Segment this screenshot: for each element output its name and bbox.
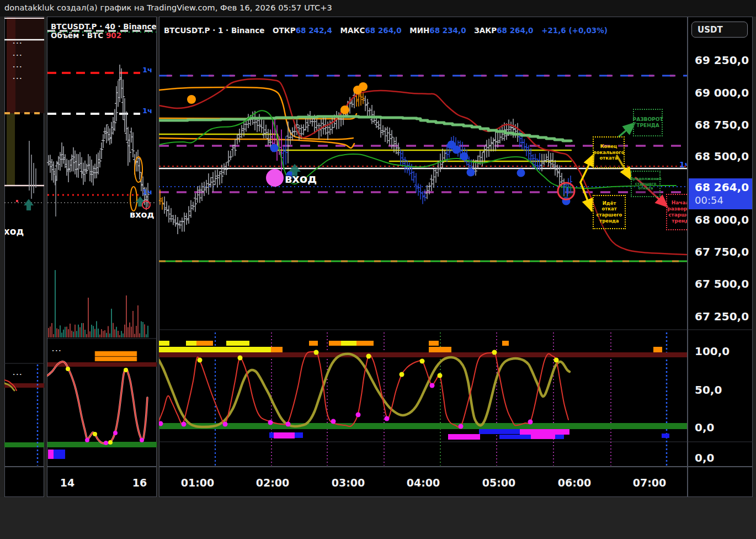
time-axis-label: 04:00 — [407, 477, 440, 489]
main-time-axis[interactable]: 01:0002:0003:0004:0005:0006:0007:00 — [159, 467, 688, 497]
price-axis-label: 69 000,0 — [695, 86, 749, 99]
time-axis-label: 05:00 — [482, 477, 515, 489]
ohlc-high-label: МАКС — [340, 26, 365, 35]
annotation-trend-reversal: РАЗВОРОТ ТРЕНДА — [633, 109, 663, 136]
ohlc-high-value: 68 264,0 — [365, 26, 401, 35]
strip-legend-more-icon[interactable]: ··· — [13, 64, 23, 71]
time-axis-label: 01:00 — [181, 477, 214, 489]
time-axis-label: 03:00 — [332, 477, 365, 489]
ohlc-close-label: ЗАКР — [474, 26, 497, 35]
annotation-local-pullback-end: Конец локального отката — [593, 136, 625, 168]
ohlc-open-value: 68 242,4 — [296, 26, 332, 35]
price-axis-label: 67 750,0 — [695, 245, 749, 258]
price-axis-label: 67 250,0 — [695, 310, 749, 323]
annotation-senior-reversal-start: Начало разворота старшего тренда — [666, 194, 688, 230]
price-axis-label: 67 500,0 — [695, 277, 749, 290]
mini-chart-legend: BTCUSDT.P · 40 · Binanceч. Объём · BTC 9… — [51, 22, 157, 40]
strip-legend-more-icon[interactable]: ··· — [13, 52, 23, 59]
hourly-level-label: 1ч — [142, 188, 152, 196]
time-axis-label: 02:00 — [256, 477, 289, 489]
axis-corner — [688, 467, 753, 497]
main-chart-legend: BTCUSDT.P · 1 · Binance ОТКР68 242,4 МАК… — [164, 26, 608, 35]
time-axis-label: 06:00 — [558, 477, 591, 489]
attribution-text: donatakkluk создал(а) график на TradingV… — [4, 3, 332, 12]
price-axis-label: 68 750,0 — [695, 118, 749, 131]
entry-label-main: вход — [285, 172, 317, 186]
mini-legend-volume-name[interactable]: Объём · BTC — [51, 31, 103, 40]
mini-indicator-more-icon[interactable]: ··· — [52, 347, 62, 355]
main-legend-symbol[interactable]: BTCUSDT.P · 1 · Binance — [164, 26, 264, 35]
price-axis-label: 0,0 — [695, 421, 714, 434]
mini-legend-symbol[interactable]: BTCUSDT.P · 40 · Binance — [51, 22, 157, 31]
time-axis-label: 14 — [60, 477, 74, 489]
mini-time-axis[interactable]: 1416 — [47, 467, 157, 497]
ohlc-low-label: МИН — [409, 26, 429, 35]
currency-button[interactable]: USDT — [691, 22, 748, 38]
mini-legend-volume-value: 902 — [106, 31, 121, 40]
price-axis[interactable]: USDT 68 264,0 00:54 69 250,069 000,068 7… — [688, 17, 753, 467]
price-axis-label: 0,0 — [695, 451, 714, 464]
hourly-level-label: 1ч — [142, 107, 152, 115]
price-axis-label: 68 500,0 — [695, 150, 749, 163]
price-axis-label: 100,0 — [695, 345, 730, 358]
annotation-senior-pullback-running: Идёт откат старшего тренда — [593, 195, 626, 229]
time-axis-label: 07:00 — [633, 477, 666, 489]
hourly-level-label: 1ч — [679, 160, 688, 169]
footer-bar: TradingView — [0, 497, 756, 539]
hourly-level-label: 1ч — [142, 66, 152, 74]
tradingview-screenshot: donatakkluk создал(а) график на TradingV… — [0, 0, 756, 539]
header-bar: donatakkluk создал(а) график на TradingV… — [0, 0, 756, 17]
main-chart-pane[interactable]: BTCUSDT.P · 1 · Binance ОТКР68 242,4 МАК… — [159, 17, 688, 467]
ohlc-close-value: 68 264,0 — [497, 26, 533, 35]
price-axis-label: 50,0 — [695, 383, 722, 397]
ohlc-low-value: 68 234,0 — [429, 26, 466, 35]
ohlc-open-label: ОТКР — [273, 26, 296, 35]
bar-countdown: 00:54 — [695, 194, 723, 206]
ohlc-change-value: +21,6 (+0,03%) — [541, 26, 608, 35]
current-price-badge: 68 264,0 00:54 — [689, 178, 753, 209]
strip-legend-more-icon[interactable]: ··· — [13, 40, 23, 47]
mini-chart-pane[interactable]: BTCUSDT.P · 40 · Binanceч. Объём · BTC 9… — [47, 17, 157, 467]
price-axis-label: 69 250,0 — [695, 54, 749, 67]
time-axis-label: 16 — [132, 477, 147, 489]
entry-label-mini: вход — [130, 209, 154, 220]
entry-label-strip: вход — [4, 226, 24, 237]
strip-indicator-more-icon[interactable]: ··· — [13, 371, 23, 378]
strip-time-axis[interactable] — [4, 467, 44, 497]
annotation-senior-pullback-continue: Продолжение старшего отката — [631, 171, 661, 197]
left-strip-chart-pane[interactable]: вход ··············· — [4, 17, 44, 467]
strip-legend-more-icon[interactable]: ··· — [13, 75, 23, 82]
current-price-value: 68 264,0 — [695, 181, 749, 194]
price-axis-label: 68 000,0 — [695, 213, 749, 226]
